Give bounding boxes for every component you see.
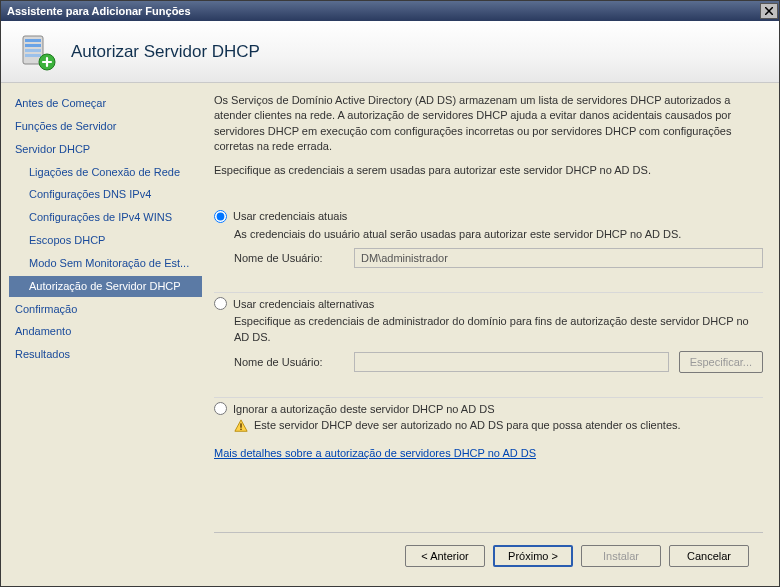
option-skip-authorization: Ignorar a autorização deste servidor DHC… — [214, 397, 763, 433]
current-username-value: DM\administrador — [354, 248, 763, 268]
back-button[interactable]: < Anterior — [405, 545, 485, 567]
server-role-icon — [17, 32, 57, 72]
skip-warning-text: Este servidor DHCP deve ser autorizado n… — [254, 419, 681, 431]
content-panel: Os Serviços de Domínio Active Directory … — [206, 83, 779, 586]
close-icon — [765, 7, 773, 15]
step-dhcp-scopes[interactable]: Escopos DHCP — [9, 230, 202, 251]
step-stateless-mode[interactable]: Modo Sem Monitoração de Est... — [9, 253, 202, 274]
radio-current-credentials-label: Usar credenciais atuais — [233, 210, 347, 222]
svg-rect-3 — [25, 49, 41, 52]
step-dhcp-server[interactable]: Servidor DHCP — [9, 139, 202, 160]
svg-rect-2 — [25, 44, 41, 47]
close-button[interactable] — [760, 3, 778, 19]
body: Antes de Começar Funções de Servidor Ser… — [1, 83, 779, 586]
current-username-label: Nome de Usuário: — [234, 252, 344, 264]
step-server-roles[interactable]: Funções de Servidor — [9, 116, 202, 137]
radio-alt-credentials[interactable] — [214, 297, 227, 310]
step-results[interactable]: Resultados — [9, 344, 202, 365]
page-header: Autorizar Servidor DHCP — [1, 21, 779, 83]
step-dns-ipv4[interactable]: Configurações DNS IPv4 — [9, 184, 202, 205]
step-before-begin[interactable]: Antes de Começar — [9, 93, 202, 114]
svg-rect-4 — [25, 54, 41, 57]
intro-text-2: Especifique as credenciais a serem usada… — [214, 163, 763, 178]
svg-rect-6 — [240, 424, 241, 428]
alt-username-input[interactable] — [354, 352, 669, 372]
alt-credentials-desc: Especifique as credenciais de administra… — [234, 314, 763, 345]
wizard-window: Assistente para Adicionar Funções Autori… — [0, 0, 780, 587]
alt-username-label: Nome de Usuário: — [234, 356, 344, 368]
step-progress[interactable]: Andamento — [9, 321, 202, 342]
intro-text-1: Os Serviços de Domínio Active Directory … — [214, 93, 763, 155]
window-title: Assistente para Adicionar Funções — [7, 5, 191, 17]
title-bar: Assistente para Adicionar Funções — [1, 1, 779, 21]
next-button[interactable]: Próximo > — [493, 545, 573, 567]
wizard-footer: < Anterior Próximo > Instalar Cancelar — [214, 532, 763, 578]
radio-alt-credentials-label: Usar credenciais alternativas — [233, 298, 374, 310]
wizard-steps-sidebar: Antes de Começar Funções de Servidor Ser… — [1, 83, 206, 586]
step-dhcp-authorization[interactable]: Autorização de Servidor DHCP — [9, 276, 202, 297]
svg-rect-7 — [240, 429, 241, 430]
page-title: Autorizar Servidor DHCP — [71, 42, 260, 62]
more-details-link[interactable]: Mais detalhes sobre a autorização de ser… — [214, 447, 763, 459]
option-current-credentials: Usar credenciais atuais As credenciais d… — [214, 210, 763, 268]
option-alt-credentials: Usar credenciais alternativas Especifiqu… — [214, 292, 763, 373]
radio-skip-authorization-label: Ignorar a autorização deste servidor DHC… — [233, 403, 494, 415]
warning-icon — [234, 419, 248, 433]
radio-skip-authorization[interactable] — [214, 402, 227, 415]
install-button[interactable]: Instalar — [581, 545, 661, 567]
step-confirmation[interactable]: Confirmação — [9, 299, 202, 320]
step-wins-ipv4[interactable]: Configurações de IPv4 WINS — [9, 207, 202, 228]
step-network-bindings[interactable]: Ligações de Conexão de Rede — [9, 162, 202, 183]
current-credentials-desc: As credenciais do usuário atual serão us… — [234, 227, 763, 242]
radio-current-credentials[interactable] — [214, 210, 227, 223]
specify-button[interactable]: Especificar... — [679, 351, 763, 373]
cancel-button[interactable]: Cancelar — [669, 545, 749, 567]
svg-rect-1 — [25, 39, 41, 42]
